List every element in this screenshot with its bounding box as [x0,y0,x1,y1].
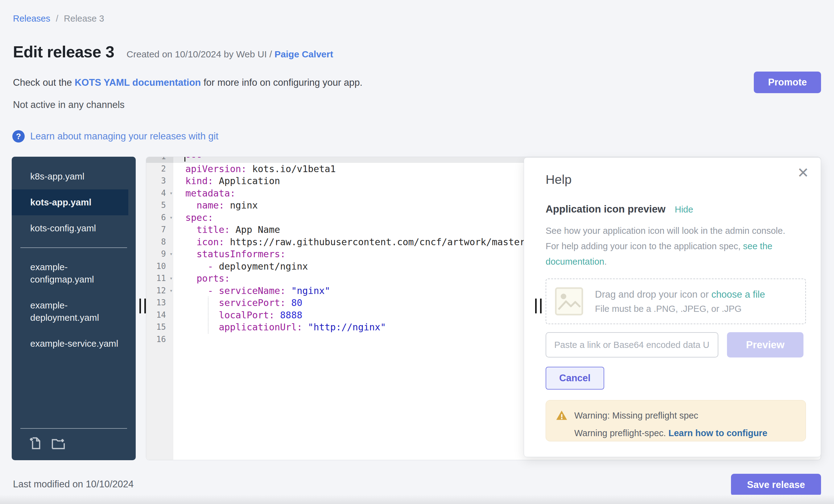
gutter-line-6: 6▾ [146,212,173,224]
cancel-button[interactable]: Cancel [546,367,604,390]
breadcrumb-current: Release 3 [64,14,104,23]
breadcrumb: Releases / Release 3 [13,14,104,24]
gutter-line-3: 3 [146,175,173,187]
close-icon[interactable]: ✕ [797,166,809,180]
add-file-icon[interactable] [29,436,43,452]
file-list: k8s-app.yamlkots-app.yamlkots-config.yam… [12,163,136,356]
hide-link[interactable]: Hide [675,204,693,215]
warning-text: Warning: Missing preflight spec [574,411,698,421]
created-info: Created on 10/10/2024 by Web UI / Paige … [127,49,333,60]
indent-guide [208,297,208,333]
question-icon: ? [12,130,25,143]
breadcrumb-releases-link[interactable]: Releases [13,14,50,23]
preflight-warning: Warning: Missing preflight spec Warning … [546,400,806,441]
save-release-button[interactable]: Save release [731,474,821,496]
image-placeholder-icon [555,287,583,315]
help-body-suffix: . [604,257,607,266]
gutter-line-13: 13 [146,297,173,309]
fold-arrow-icon[interactable]: ▾ [170,248,173,260]
git-help-label: Learn about managing your releases with … [30,131,218,142]
fold-arrow-icon[interactable]: ▾ [170,272,173,285]
promote-button[interactable]: Promote [754,71,821,93]
fold-arrow-icon[interactable]: ▾ [170,187,173,200]
docs-suffix: for more info on configuring your app. [201,77,363,88]
file-group-divider [20,247,127,248]
fold-arrow-icon[interactable]: ▾ [170,285,173,297]
help-title: Help [546,172,572,187]
gutter-line-15: 15 [146,321,173,333]
breadcrumb-separator: / [56,14,58,23]
icon-url-input[interactable] [546,332,718,357]
icon-dropzone[interactable]: Drag and drop your icon or choose a file… [546,279,806,324]
gutter-line-14: 14 [146,309,173,322]
gutter-line-16: 16 [146,333,173,346]
docs-prefix: Check out the [13,77,75,88]
file-item-kots-app.yaml[interactable]: kots-app.yaml [12,190,128,215]
help-body: See how your application icon will look … [546,223,792,269]
git-help-link[interactable]: ? Learn about managing your releases wit… [12,130,218,143]
gutter-line-5: 5 [146,199,173,212]
help-panel-resize-handle[interactable] [535,299,543,313]
last-modified: Last modified on 10/10/2024 [13,479,134,490]
help-panel: ✕ Help Application icon preview Hide See… [524,157,821,457]
file-item-example-service.yaml[interactable]: example-service.yaml [12,331,128,356]
created-text: Created on 10/10/2024 by Web UI / [127,49,275,59]
docs-line: Check out the KOTS YAML documentation fo… [13,77,363,88]
text-cursor [184,157,185,162]
title-row: Edit release 3 Created on 10/10/2024 by … [13,43,333,61]
file-item-kots-config.yaml[interactable]: kots-config.yaml [12,215,128,241]
fold-arrow-icon[interactable]: ▾ [170,212,173,224]
gutter-line-8: 8 [146,236,173,248]
warning-icon [556,410,568,421]
file-item-example-deployment.yaml[interactable]: example-deployment.yaml [12,292,128,331]
file-item-example-configmap.yaml[interactable]: example-configmap.yaml [12,254,128,292]
author-link[interactable]: Paige Calvert [275,49,333,59]
channel-status: Not active in any channels [13,99,125,110]
warning-text-2: Warning preflight-spec. [574,428,668,438]
file-sidebar: k8s-app.yamlkots-app.yamlkots-config.yam… [12,157,136,460]
choose-file-link[interactable]: choose a file [711,289,765,300]
gutter-line-7: 7 [146,224,173,236]
gutter-line-9: 9▾ [146,248,173,260]
gutter-line-12: 12▾ [146,285,173,297]
file-item-k8s-app.yaml[interactable]: k8s-app.yaml [12,163,128,190]
main-region: k8s-app.yamlkots-app.yamlkots-config.yam… [0,157,834,460]
dropzone-filetypes: File must be a .PNG, .JPEG, or .JPG [595,304,765,314]
gutter-line-1: 1 [146,157,173,163]
page-title: Edit release 3 [13,43,114,61]
gutter-rows: 1234▾56▾789▾1011▾12▾13141516 [146,157,173,346]
kots-yaml-docs-link[interactable]: KOTS YAML documentation [75,77,201,88]
sidebar-bottom [12,422,136,460]
gutter-line-4: 4▾ [146,187,173,200]
preview-button[interactable]: Preview [727,332,804,357]
gutter-line-10: 10 [146,260,173,273]
dropzone-text: Drag and drop your icon or [595,289,711,300]
learn-configure-link[interactable]: Learn how to configure [668,428,767,438]
bottom-fade [0,495,834,504]
icon-preview-title: Application icon preview [546,203,665,215]
gutter-line-2: 2 [146,163,173,175]
add-folder-icon[interactable] [51,436,65,452]
gutter-line-11: 11▾ [146,272,173,285]
sidebar-resize-handle[interactable] [139,299,148,313]
